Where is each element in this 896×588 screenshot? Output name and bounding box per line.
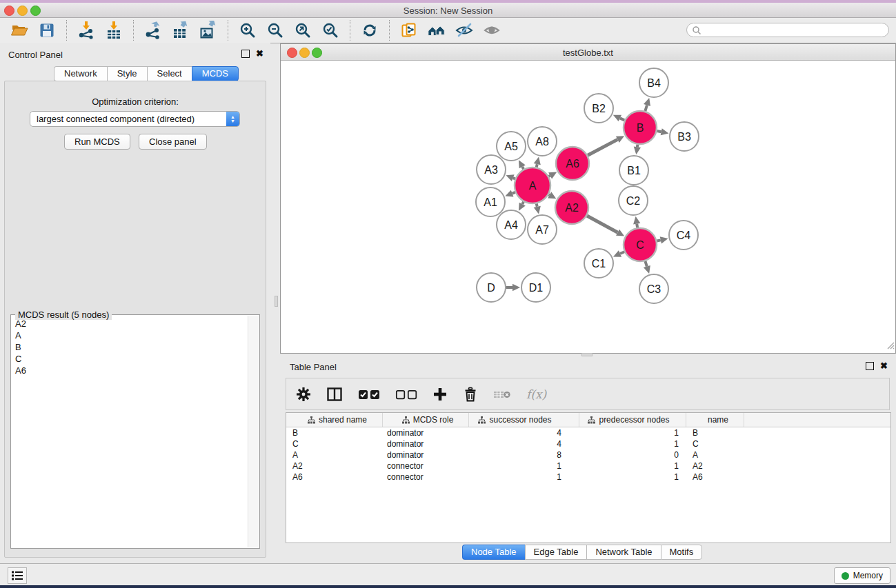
cell-mcds-role[interactable]: connector — [383, 472, 469, 482]
tab-node-table[interactable]: Node Table — [462, 545, 525, 560]
result-item[interactable]: A2 — [12, 318, 246, 330]
tab-style[interactable]: Style — [107, 66, 147, 81]
cell-successor-nodes[interactable]: 8 — [469, 450, 579, 460]
cell-name[interactable]: A2 — [686, 461, 744, 471]
open-session-icon[interactable] — [10, 21, 29, 40]
cell-shared-name[interactable]: A — [286, 450, 383, 460]
tab-motifs[interactable]: Motifs — [661, 545, 703, 560]
tab-select[interactable]: Select — [147, 66, 192, 81]
cell-successor-nodes[interactable]: 1 — [469, 461, 579, 471]
cell-name[interactable]: A6 — [686, 472, 744, 482]
result-item[interactable]: B — [12, 341, 246, 353]
edge-C-C4[interactable] — [657, 240, 660, 241]
criterion-select[interactable]: largest connected component (directed) ▲… — [30, 111, 240, 127]
add-column-icon[interactable] — [432, 387, 448, 402]
cell-name[interactable]: A — [686, 450, 744, 460]
delete-column-icon[interactable] — [463, 387, 478, 402]
edge-B-B1[interactable] — [637, 145, 638, 148]
edge-B-B3[interactable] — [657, 131, 661, 132]
edge-C-C1[interactable] — [620, 252, 624, 254]
splitter-grip-left[interactable] — [275, 296, 278, 307]
zoom-selected-icon[interactable] — [321, 21, 340, 40]
cell-mcds-role[interactable]: dominator — [383, 428, 469, 438]
network-canvas[interactable]: B4B2BB3A5A8A6B1A3AC2A1A2A4A7C4CC1C3DD1 — [281, 61, 894, 352]
edge-A-A5[interactable] — [522, 167, 524, 169]
column-header-shared-name[interactable]: shared name — [286, 413, 383, 427]
run-mcds-button[interactable]: Run MCDS — [64, 134, 130, 150]
float-table-panel-icon[interactable] — [866, 362, 874, 370]
tab-mcds[interactable]: MCDS — [192, 66, 239, 81]
task-history-button[interactable] — [8, 567, 27, 584]
float-panel-icon[interactable] — [241, 50, 250, 58]
cell-name[interactable]: B — [686, 428, 744, 438]
network-graph[interactable]: B4B2BB3A5A8A6B1A3AC2A1A2A4A7C4CC1C3DD1 — [281, 61, 894, 352]
edge-A-A1[interactable] — [512, 192, 515, 194]
save-session-icon[interactable] — [37, 21, 57, 40]
cell-shared-name[interactable]: A6 — [286, 472, 383, 482]
edge-C-C3[interactable] — [645, 261, 646, 267]
select-all-checks-icon[interactable] — [358, 388, 380, 401]
close-table-panel-icon[interactable]: ✖ — [880, 363, 888, 369]
cell-predecessor-nodes[interactable]: 0 — [579, 450, 686, 460]
show-all-icon[interactable] — [482, 21, 501, 40]
cell-predecessor-nodes[interactable]: 1 — [579, 472, 686, 482]
cell-name[interactable]: C — [686, 439, 744, 449]
hide-selected-icon[interactable] — [455, 21, 474, 40]
new-network-from-selection-icon[interactable] — [399, 21, 419, 40]
split-columns-icon[interactable] — [326, 387, 343, 402]
edge-A6-B[interactable] — [588, 139, 617, 155]
edge-A-A3[interactable] — [513, 178, 515, 179]
export-image-icon[interactable] — [199, 21, 218, 40]
close-panel-button[interactable]: Close panel — [139, 134, 207, 150]
delete-table-icon[interactable] — [493, 388, 511, 401]
cell-predecessor-nodes[interactable]: 1 — [579, 439, 686, 449]
cell-shared-name[interactable]: A2 — [286, 461, 383, 471]
result-item[interactable]: A6 — [12, 365, 246, 376]
cell-shared-name[interactable]: B — [286, 428, 383, 438]
cell-predecessor-nodes[interactable]: 1 — [579, 461, 686, 471]
edge-C-C2[interactable] — [637, 224, 637, 228]
cell-predecessor-nodes[interactable]: 1 — [579, 428, 686, 438]
result-scrollbar[interactable] — [248, 316, 259, 547]
network-window-titlebar[interactable]: testGlobe.txt — [281, 44, 895, 61]
edge-A-A6[interactable] — [549, 176, 550, 176]
edge-A-A8[interactable] — [537, 164, 537, 167]
edge-A-A4[interactable] — [522, 202, 524, 204]
edge-A-A7[interactable] — [537, 203, 537, 206]
first-neighbors-icon[interactable] — [427, 21, 446, 40]
edge-B-B4[interactable] — [645, 105, 647, 111]
zoom-fit-icon[interactable] — [293, 21, 312, 40]
import-table-icon[interactable] — [104, 21, 123, 40]
column-header-name[interactable]: name — [686, 413, 744, 427]
cell-successor-nodes[interactable]: 4 — [469, 439, 579, 449]
apply-layout-icon[interactable] — [360, 21, 379, 40]
zoom-in-icon[interactable] — [238, 21, 257, 40]
close-panel-icon[interactable]: ✖ — [256, 50, 263, 57]
cell-mcds-role[interactable]: dominator — [383, 439, 469, 449]
result-item[interactable]: A — [12, 330, 246, 341]
cell-mcds-role[interactable]: connector — [383, 461, 469, 471]
export-table-icon[interactable] — [171, 21, 190, 40]
result-item[interactable]: C — [12, 353, 246, 365]
function-builder-icon[interactable]: f(x) — [526, 387, 546, 401]
tab-network[interactable]: Network — [54, 66, 107, 81]
cell-mcds-role[interactable]: dominator — [383, 450, 469, 460]
edge-B-B2[interactable] — [620, 118, 625, 120]
zoom-out-icon[interactable] — [266, 21, 285, 40]
import-network-icon[interactable] — [77, 21, 96, 40]
memory-button[interactable]: Memory — [834, 567, 890, 584]
cell-shared-name[interactable]: C — [286, 439, 383, 449]
window-resize-grip[interactable] — [885, 340, 895, 352]
tab-network-table[interactable]: Network Table — [586, 545, 660, 560]
search-input[interactable] — [701, 24, 888, 37]
column-header-mcds-role[interactable]: MCDS role — [383, 413, 469, 427]
edge-A2-C[interactable] — [587, 216, 618, 232]
deselect-all-checks-icon[interactable] — [395, 388, 417, 401]
column-header-successor-nodes[interactable]: successor nodes — [469, 413, 579, 427]
tab-edge-table[interactable]: Edge Table — [525, 545, 587, 560]
settings-gear-icon[interactable] — [296, 387, 311, 402]
cell-successor-nodes[interactable]: 1 — [469, 472, 579, 482]
export-network-icon[interactable] — [143, 21, 163, 40]
column-header-predecessor-nodes[interactable]: predecessor nodes — [579, 413, 686, 427]
cell-successor-nodes[interactable]: 4 — [469, 428, 579, 438]
